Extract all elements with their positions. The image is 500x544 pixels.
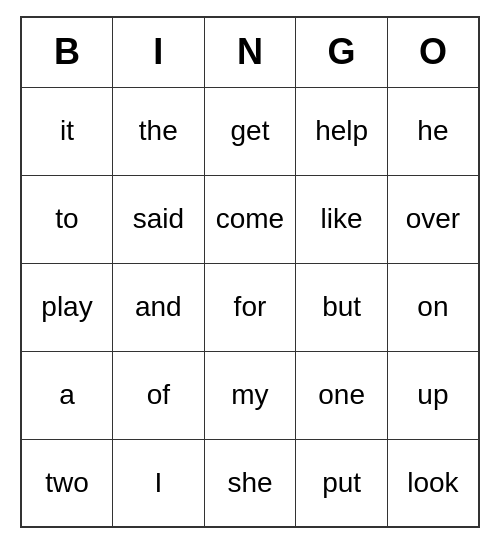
bingo-cell-3-3: one: [296, 351, 388, 439]
bingo-cell-0-3: help: [296, 87, 388, 175]
bingo-cell-2-1: and: [113, 263, 205, 351]
header-o: O: [387, 17, 479, 87]
bingo-row-1: tosaidcomelikeover: [21, 175, 479, 263]
header-n: N: [204, 17, 296, 87]
bingo-cell-4-2: she: [204, 439, 296, 527]
bingo-row-3: aofmyoneup: [21, 351, 479, 439]
bingo-cell-1-1: said: [113, 175, 205, 263]
bingo-cell-2-4: on: [387, 263, 479, 351]
bingo-cell-3-2: my: [204, 351, 296, 439]
bingo-row-0: itthegethelphe: [21, 87, 479, 175]
bingo-cell-2-2: for: [204, 263, 296, 351]
bingo-cell-0-2: get: [204, 87, 296, 175]
bingo-cell-3-0: a: [21, 351, 113, 439]
bingo-cell-1-3: like: [296, 175, 388, 263]
bingo-cell-4-0: two: [21, 439, 113, 527]
bingo-card: BINGO itthegethelphetosaidcomelikeoverpl…: [20, 16, 480, 528]
bingo-cell-0-4: he: [387, 87, 479, 175]
bingo-row-4: twoIsheputlook: [21, 439, 479, 527]
bingo-cell-3-4: up: [387, 351, 479, 439]
bingo-cell-4-1: I: [113, 439, 205, 527]
bingo-header-row: BINGO: [21, 17, 479, 87]
header-b: B: [21, 17, 113, 87]
bingo-cell-0-0: it: [21, 87, 113, 175]
bingo-cell-3-1: of: [113, 351, 205, 439]
bingo-cell-1-4: over: [387, 175, 479, 263]
bingo-cell-2-3: but: [296, 263, 388, 351]
header-i: I: [113, 17, 205, 87]
header-g: G: [296, 17, 388, 87]
bingo-cell-4-3: put: [296, 439, 388, 527]
bingo-cell-1-0: to: [21, 175, 113, 263]
bingo-cell-1-2: come: [204, 175, 296, 263]
bingo-cell-0-1: the: [113, 87, 205, 175]
bingo-row-2: playandforbuton: [21, 263, 479, 351]
bingo-cell-2-0: play: [21, 263, 113, 351]
bingo-cell-4-4: look: [387, 439, 479, 527]
